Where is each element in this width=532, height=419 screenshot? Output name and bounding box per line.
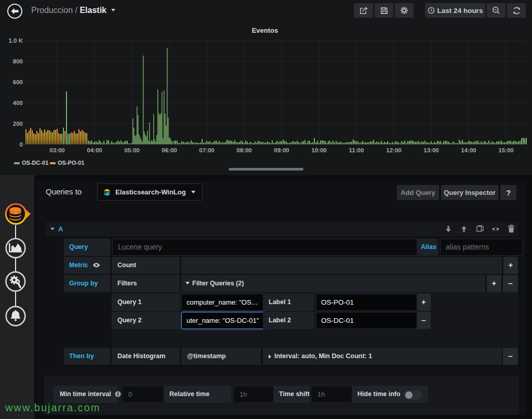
- svg-text:600: 600: [13, 79, 23, 85]
- svg-text:200: 200: [13, 121, 23, 127]
- svg-text:08:00: 08:00: [236, 147, 251, 153]
- svg-text:05:00: 05:00: [124, 147, 139, 153]
- svg-text:Eventos: Eventos: [252, 27, 278, 34]
- svg-text:10:00: 10:00: [311, 147, 326, 153]
- svg-text:07:00: 07:00: [199, 147, 214, 153]
- svg-text:09:00: 09:00: [274, 147, 289, 153]
- svg-text:11:00: 11:00: [349, 147, 364, 153]
- svg-text:14:00: 14:00: [461, 147, 476, 153]
- svg-text:13:00: 13:00: [423, 147, 438, 153]
- svg-text:03:00: 03:00: [49, 147, 64, 153]
- svg-text:12:00: 12:00: [386, 147, 401, 153]
- svg-text:06:00: 06:00: [162, 147, 177, 153]
- svg-text:1.0 K: 1.0 K: [9, 37, 23, 44]
- svg-text:0: 0: [20, 141, 23, 148]
- svg-text:400: 400: [13, 100, 23, 106]
- svg-text:800: 800: [13, 58, 23, 64]
- svg-text:15:00: 15:00: [498, 147, 513, 153]
- svg-text:04:00: 04:00: [87, 147, 102, 153]
